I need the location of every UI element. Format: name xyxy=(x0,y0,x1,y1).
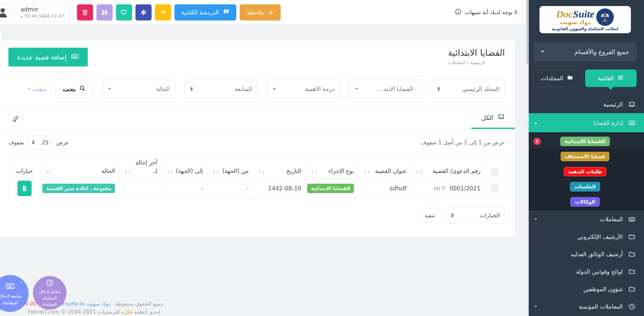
sort-icon: ↓↑ xyxy=(258,170,265,175)
sort-icon: ↓↑ xyxy=(45,170,52,175)
advanced-search-link[interactable]: متقدم xyxy=(28,86,46,92)
logo-arabic: دوك سويت xyxy=(560,19,591,26)
branches-select-label: جميع الفروع والأقسام xyxy=(575,48,629,55)
branches-select[interactable]: جميع الفروع والأقسام xyxy=(533,42,637,61)
trash-button[interactable] xyxy=(77,4,93,20)
status-select[interactable]: الحالة xyxy=(102,80,175,98)
fab-label: متابعة إدخال xyxy=(0,293,22,299)
sidebar-item-case-management[interactable]: إدارة القضايا xyxy=(526,113,644,132)
bulk-options-select[interactable]: الخيارات xyxy=(446,207,505,223)
sidebar-scrollbar[interactable] xyxy=(526,0,529,316)
col-last-referral[interactable]: أخر إحالة لـ↓↑ xyxy=(120,155,162,179)
sidebar-subitem-appeal-cases[interactable]: قضايا الاستئناف xyxy=(526,149,644,164)
menu-list-button[interactable]: القائمة xyxy=(585,70,637,87)
sidebar-item-employee-affairs[interactable]: شؤون الموظفين xyxy=(526,280,644,298)
sidebar-subitem-execution-requests[interactable]: طلبات التنفيذ xyxy=(526,164,644,179)
chevron-down-icon xyxy=(108,88,111,90)
user-menu[interactable]: admin 1442-12-07 01:40 م xyxy=(15,3,69,21)
table-info-row: عرض من 1 إلى 1 من أصل 1 صفوف عرض 25 صفوف xyxy=(0,129,515,154)
sidebar-scrollbar-thumb[interactable] xyxy=(526,0,528,64)
status-cell: مفتوحة ـ اعادة سير القضية xyxy=(40,179,120,198)
date-cell: 1442-08-10 xyxy=(253,179,306,198)
col-case-title[interactable]: عنوان القضية↓↑ xyxy=(359,155,411,179)
notifications-text: لا يوجد لديك أية تنبيهات xyxy=(465,9,517,15)
add-case-button[interactable]: إضافة قضية جديدة xyxy=(8,48,88,66)
importance-select[interactable]: درجة الأهمية xyxy=(267,80,340,98)
from-cell: - xyxy=(207,179,253,198)
sidebar-item-automated-transactions[interactable]: المعاملات المؤتمتة xyxy=(526,298,644,315)
cases-table: رقم الدعوى/ القضية↓↑ عنوان القضية↓↑ نوع … xyxy=(8,155,505,198)
keyboard-icon xyxy=(5,281,15,292)
follow-up-select[interactable]: المتابعة xyxy=(185,80,258,98)
sidebar-item-judicial-documents-archive[interactable]: أرشيف الوثائق العدليه xyxy=(526,245,644,263)
note-label: ملاحظة xyxy=(246,9,264,16)
fab-label: المعاملة xyxy=(43,296,57,301)
tab-all[interactable]: الكل xyxy=(471,107,515,129)
open-case-button[interactable] xyxy=(17,181,32,196)
favorites-button[interactable] xyxy=(116,4,132,20)
col-options: خيارات xyxy=(9,155,40,179)
folders-button[interactable]: المجلدات xyxy=(533,70,581,87)
settings-asterisk-button[interactable] xyxy=(135,4,152,20)
sidebar-item-transactions[interactable]: المعاملات xyxy=(526,211,644,228)
logo-wordmark: DocSuite xyxy=(556,9,594,19)
row-checkbox[interactable] xyxy=(491,185,498,192)
sort-icon: ↓↑ xyxy=(124,170,131,175)
sidebar-subitem-sessions[interactable]: الجلسات xyxy=(526,179,644,194)
sidebar-subitem-agencies[interactable]: الوكالات xyxy=(526,194,644,209)
sort-icon: ↓↑ xyxy=(416,170,423,175)
chevron-down-icon xyxy=(273,88,276,90)
written-chat-label: الدردشة الكتابية xyxy=(181,9,219,16)
sidebar-item-state-laws[interactable]: لوائح وقوانين الدولة xyxy=(526,263,644,280)
sidebar-subitem-primary-cases[interactable]: القضايا الابتدائية 1 xyxy=(526,134,644,149)
chevron-down-icon xyxy=(355,88,358,90)
sidebar-item-home[interactable]: الرئيسية xyxy=(526,96,644,113)
options-cell xyxy=(9,179,40,198)
company-prefix: إحدى أنظمة xyxy=(134,309,160,315)
up-down-arrows-icon xyxy=(190,87,193,91)
binoculars-button[interactable] xyxy=(96,4,113,20)
sidebar-item-label: الأرشيف الإلكتروني xyxy=(577,233,623,240)
avatar[interactable] xyxy=(0,3,12,22)
attachments-count: (5) xyxy=(434,186,440,191)
importance-label: درجة الأهمية xyxy=(305,86,334,92)
pencil-icon xyxy=(12,115,20,122)
search-button[interactable]: بحث xyxy=(55,80,93,98)
page-size-select[interactable]: 25 xyxy=(28,135,52,149)
written-chat-button[interactable]: الدردشة الكتابية xyxy=(174,4,236,20)
col-to[interactable]: إلى (الجهة)↓↑ xyxy=(162,155,207,179)
settings-gear-tab[interactable] xyxy=(0,31,3,46)
select-all-checkbox[interactable] xyxy=(491,168,498,175)
brand-link[interactable]: دوك سويت xyxy=(86,301,111,307)
chevron-down-icon xyxy=(541,51,544,53)
page-size-prefix: عرض xyxy=(56,139,69,146)
fab-automated-transaction[interactable]: متابعة إدخال المعاملة المؤتمتة xyxy=(33,276,67,310)
case-type-select[interactable]: - القضايا الابتد... xyxy=(349,80,422,98)
fekra-link[interactable]: فكره xyxy=(121,309,132,315)
col-date[interactable]: التاريخ↓↑ xyxy=(253,155,306,179)
page-size-control: عرض 25 صفوف xyxy=(8,135,69,149)
col-action-type[interactable]: نوع الإجراء↓↑ xyxy=(306,155,359,179)
topbar: admin 1442-12-07 01:40 م xyxy=(0,0,526,25)
execute-button[interactable]: تنفيذ xyxy=(417,208,442,223)
send-button[interactable] xyxy=(155,4,171,20)
note-button[interactable]: + ملاحظة xyxy=(240,4,281,20)
tab-bar: الكل xyxy=(0,107,515,129)
edit-columns-button[interactable] xyxy=(8,110,24,126)
tab-all-label: الكل xyxy=(481,114,493,121)
main-folder-select[interactable]: المجلد الرئيسي xyxy=(432,80,505,98)
notifications-status[interactable]: لا يوجد لديك أية تنبيهات xyxy=(454,8,517,17)
sidebar-item-label: المعاملات المؤتمتة xyxy=(579,303,623,310)
docsuite-logo: DocSuite دوك سويت لمكاتب المحاماة والشؤو… xyxy=(539,6,631,33)
plus-icon: + xyxy=(268,8,274,16)
app-root: DocSuite دوك سويت لمكاتب المحاماة والشؤو… xyxy=(0,0,644,316)
asterisk-icon xyxy=(140,9,147,16)
sort-icon: ↓↑ xyxy=(363,170,370,175)
add-case-label: إضافة قضية جديدة xyxy=(17,53,67,61)
col-from[interactable]: من (الجهة)↓↑ xyxy=(207,155,253,179)
sidebar-item-electronic-archive[interactable]: الأرشيف الإلكتروني xyxy=(526,228,644,245)
sidebar-menu: الرئيسية إدارة القضايا القضايا الابتدائي… xyxy=(526,96,644,316)
col-status[interactable]: الحالة↓↑ xyxy=(40,155,120,179)
col-case-number[interactable]: رقم الدعوى/ القضية↓↑ xyxy=(411,155,485,179)
sort-icon: ↓↑ xyxy=(310,170,317,175)
